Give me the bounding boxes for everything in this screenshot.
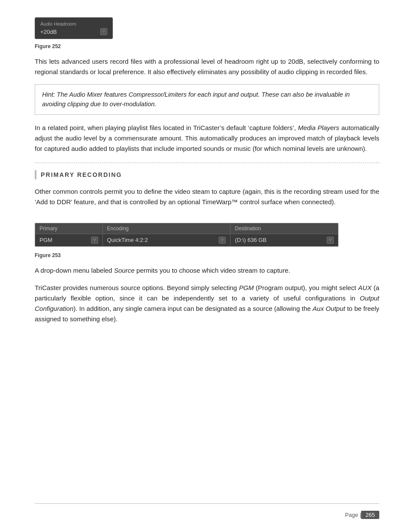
page-label: Page | bbox=[345, 512, 361, 518]
section-divider bbox=[35, 163, 379, 163]
figure-252-box: Audio Headroom +20dB ▽ bbox=[35, 17, 113, 39]
cell-destination: (D:\) 636 GB ▽ bbox=[230, 234, 338, 246]
para5-aux2: Aux Output bbox=[312, 305, 345, 312]
primary-dropdown[interactable]: ▽ bbox=[91, 237, 98, 244]
section-header: PRIMARY RECORDING bbox=[35, 170, 379, 180]
figure-253-caption: Figure 253 bbox=[35, 252, 379, 258]
audio-headroom-label: Audio Headroom bbox=[40, 21, 107, 26]
hint-text: Hint: The Audio Mixer features Compresso… bbox=[42, 91, 350, 108]
para5-start: TriCaster provides numerous source optio… bbox=[35, 284, 239, 291]
figure-252-caption: Figure 252 bbox=[35, 43, 379, 49]
para5-mid: (Program output), you might select bbox=[254, 284, 358, 291]
audio-headroom-value: +20dB bbox=[40, 29, 57, 35]
para4-end: permits you to choose which video stream… bbox=[135, 267, 290, 274]
paragraph-4: A drop-down menu labeled Source permits … bbox=[35, 265, 379, 276]
para5-aux: AUX bbox=[358, 284, 371, 291]
encoding-dropdown[interactable]: ▽ bbox=[219, 237, 226, 244]
page-footer: Page | 265 bbox=[345, 511, 379, 519]
section-title: PRIMARY RECORDING bbox=[41, 171, 122, 178]
para5-end: ). In addition, any single camera input … bbox=[73, 305, 312, 312]
paragraph-5: TriCaster provides numerous source optio… bbox=[35, 283, 379, 324]
section-header-bar bbox=[35, 170, 36, 180]
destination-dropdown[interactable]: ▽ bbox=[327, 237, 334, 244]
recording-table: Primary Encoding Destination PGM ▽ bbox=[35, 223, 338, 246]
col-header-primary: Primary bbox=[35, 223, 102, 234]
cell-encoding: QuickTime 4:2:2 ▽ bbox=[102, 234, 230, 246]
paragraph-1: This lets advanced users record files wi… bbox=[35, 56, 379, 77]
table-row: PGM ▽ QuickTime 4:2:2 ▽ (D:\) 636 GB bbox=[35, 234, 338, 246]
cell-primary: PGM ▽ bbox=[35, 234, 102, 246]
col-header-destination: Destination bbox=[230, 223, 338, 234]
encoding-value: QuickTime 4:2:2 bbox=[107, 237, 148, 243]
figure-253-table-wrapper: Primary Encoding Destination PGM ▽ bbox=[35, 223, 338, 247]
audio-headroom-dropdown[interactable]: ▽ bbox=[100, 28, 107, 35]
page-container: Audio Headroom +20dB ▽ Figure 252 This l… bbox=[0, 0, 414, 357]
para4-italic: Source bbox=[114, 267, 135, 274]
footer-line bbox=[35, 503, 379, 504]
para2-italic: Media Players bbox=[298, 124, 339, 131]
primary-value: PGM bbox=[39, 237, 53, 243]
destination-cell-content: (D:\) 636 GB ▽ bbox=[235, 237, 334, 244]
audio-headroom-value-row: +20dB ▽ bbox=[40, 28, 107, 35]
destination-value: (D:\) 636 GB bbox=[235, 237, 266, 243]
para5-pgm: PGM bbox=[239, 284, 254, 291]
encoding-cell-content: QuickTime 4:2:2 ▽ bbox=[107, 237, 226, 244]
primary-cell-content: PGM ▽ bbox=[39, 237, 98, 244]
table-header-row: Primary Encoding Destination bbox=[35, 223, 338, 234]
paragraph-3: Other common controls permit you to defi… bbox=[35, 186, 379, 207]
para2-start: In a related point, when playing playlis… bbox=[35, 124, 298, 131]
col-header-encoding: Encoding bbox=[102, 223, 230, 234]
page-number: 265 bbox=[361, 511, 379, 519]
hint-box: Hint: The Audio Mixer features Compresso… bbox=[35, 84, 379, 115]
para4-start: A drop-down menu labeled bbox=[35, 267, 114, 274]
paragraph-2: In a related point, when playing playlis… bbox=[35, 123, 379, 154]
